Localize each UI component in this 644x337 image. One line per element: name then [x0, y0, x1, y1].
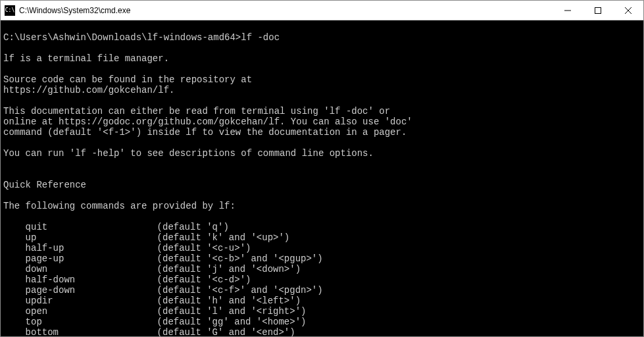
command-desc: (default 'gg' and '<home>')	[157, 317, 307, 327]
command-desc: (default '<c-u>')	[157, 243, 251, 253]
command-desc: (default 'G' and '<end>')	[157, 327, 295, 336]
prompt: C:\Users\Ashwin\Downloads\lf-windows-amd…	[3, 32, 241, 43]
command-row: top(default 'gg' and '<home>')	[3, 317, 641, 327]
command-name: up	[26, 232, 157, 243]
close-button[interactable]	[613, 1, 643, 20]
doc-line: command (default '<f-1>') inside lf to v…	[3, 127, 407, 138]
command-row: open(default 'l' and '<right>')	[3, 306, 641, 317]
command-list: quit(default 'q') up(default 'k' and '<u…	[3, 222, 641, 336]
command-row: down(default 'j' and '<down>')	[3, 264, 641, 274]
cmd-icon: C:\	[5, 5, 15, 16]
indent	[3, 296, 26, 306]
command-name: open	[26, 306, 157, 317]
command-row: page-down(default '<c-f>' and '<pgdn>')	[3, 285, 641, 296]
command-row: page-up(default '<c-b>' and '<pgup>')	[3, 253, 641, 264]
indent	[3, 317, 26, 327]
indent	[3, 306, 26, 317]
command-row: up(default 'k' and '<up>')	[3, 232, 641, 243]
indent	[3, 243, 26, 253]
doc-line: You can run 'lf -help' to see descriptio…	[3, 148, 374, 159]
command-name: half-up	[26, 243, 157, 253]
command-name: down	[26, 264, 157, 274]
indent	[3, 285, 26, 296]
command-row: half-down(default '<c-d>')	[3, 274, 641, 285]
command-desc: (default 'k' and '<up>')	[157, 232, 290, 243]
doc-line: https://github.com/gokcehan/lf.	[3, 85, 174, 95]
indent	[3, 264, 26, 274]
command-row: bottom(default 'G' and '<end>')	[3, 327, 641, 336]
maximize-button[interactable]	[583, 1, 613, 20]
window-title: C:\Windows\System32\cmd.exe	[19, 6, 553, 15]
indent	[3, 232, 26, 243]
command-name: updir	[26, 296, 157, 306]
command-desc: (default 'h' and '<left>')	[157, 296, 301, 306]
section-sub: The following commands are provided by l…	[3, 201, 235, 211]
section-heading: Quick Reference	[3, 180, 86, 190]
indent	[3, 274, 26, 285]
command-desc: (default 'l' and '<right>')	[157, 306, 307, 317]
command-row: quit(default 'q')	[3, 222, 641, 232]
window-controls	[553, 1, 643, 20]
indent	[3, 222, 26, 232]
doc-line: lf is a terminal file manager.	[3, 53, 169, 64]
terminal-output[interactable]: C:\Users\Ashwin\Downloads\lf-windows-amd…	[1, 20, 643, 336]
doc-line: online at https://godoc.org/github.com/g…	[3, 117, 412, 127]
indent	[3, 327, 26, 336]
command-desc: (default '<c-b>' and '<pgup>')	[157, 253, 323, 264]
command-name: bottom	[26, 327, 157, 336]
prompt-line: C:\Users\Ashwin\Downloads\lf-windows-amd…	[3, 32, 280, 43]
titlebar: C:\ C:\Windows\System32\cmd.exe	[1, 1, 643, 20]
command-name: page-up	[26, 253, 157, 264]
close-icon	[625, 7, 632, 14]
doc-line: Source code can be found in the reposito…	[3, 74, 252, 85]
command-name: half-down	[26, 274, 157, 285]
minimize-button[interactable]	[553, 1, 583, 20]
command-row: half-up(default '<c-u>')	[3, 243, 641, 253]
indent	[3, 253, 26, 264]
maximize-icon	[595, 7, 601, 14]
command-desc: (default 'q')	[157, 222, 229, 232]
command-name: top	[26, 317, 157, 327]
command-name: quit	[26, 222, 157, 232]
command-name: page-down	[26, 285, 157, 296]
svg-rect-1	[595, 7, 601, 13]
command-text: lf -doc	[241, 32, 280, 43]
command-desc: (default '<c-d>')	[157, 274, 251, 285]
command-row: updir(default 'h' and '<left>')	[3, 296, 641, 306]
command-desc: (default '<c-f>' and '<pgdn>')	[157, 285, 323, 296]
doc-line: This documentation can either be read fr…	[3, 106, 390, 117]
command-desc: (default 'j' and '<down>')	[157, 264, 301, 274]
minimize-icon	[564, 7, 571, 14]
